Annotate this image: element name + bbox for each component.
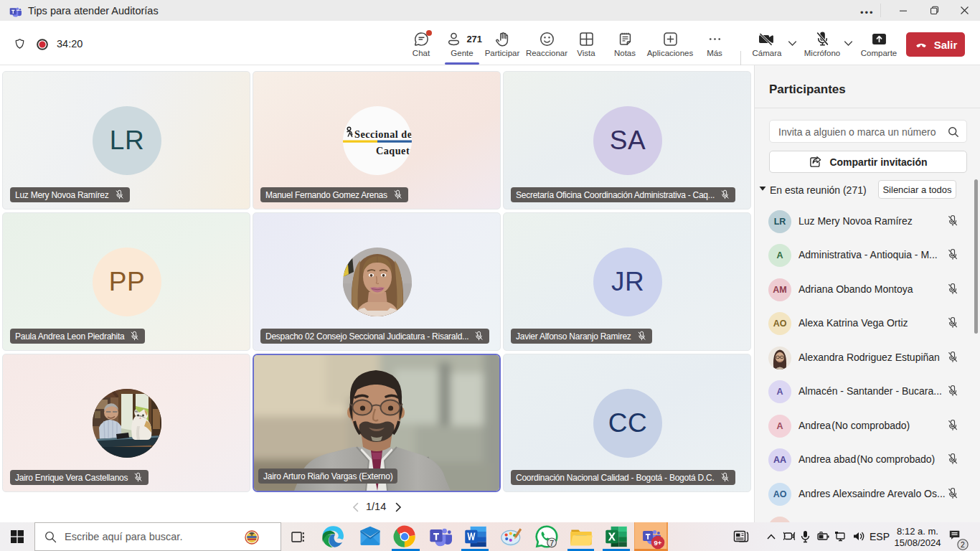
svg-text:Seccional de: Seccional de <box>354 128 412 140</box>
svg-text:2: 2 <box>961 541 965 549</box>
svg-text:9+: 9+ <box>654 539 662 547</box>
svg-text:Caquetá: Caquetá <box>376 145 412 156</box>
svg-text:7: 7 <box>550 539 554 547</box>
